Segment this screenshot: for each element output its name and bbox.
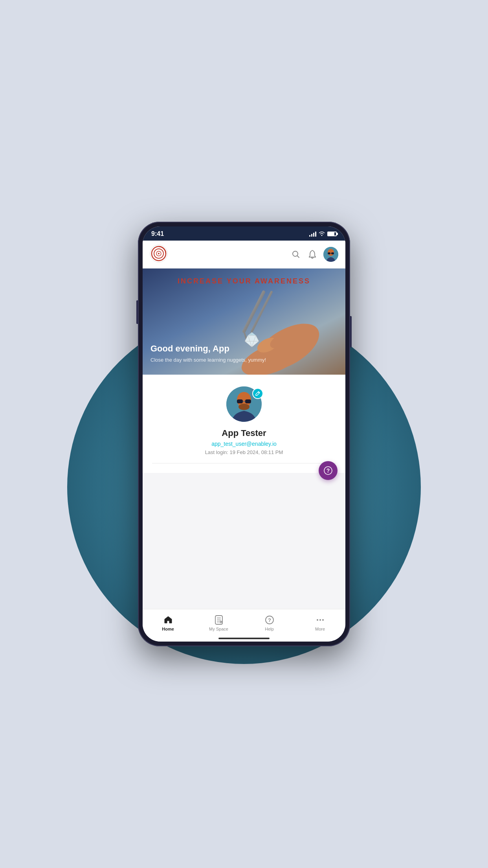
- svg-rect-29: [245, 399, 251, 403]
- phone-screen: 9:41: [143, 226, 345, 642]
- svg-point-4: [158, 253, 160, 254]
- nav-actions: [290, 247, 338, 262]
- svg-point-42: [322, 619, 324, 621]
- hero-headline: INCREASE YOUR AWARENESS: [178, 277, 310, 285]
- profile-email[interactable]: app_test_user@enabley.io: [211, 441, 277, 447]
- notification-button[interactable]: [307, 249, 318, 260]
- nav-home-label: Home: [162, 627, 174, 631]
- battery-icon: [327, 232, 337, 236]
- svg-text:?: ?: [327, 467, 330, 474]
- profile-divider: [152, 463, 336, 463]
- profile-avatar-wrapper: [226, 386, 262, 422]
- svg-point-27: [238, 404, 250, 410]
- nav-item-myspace[interactable]: My Space: [193, 612, 244, 634]
- search-button[interactable]: [290, 249, 301, 260]
- wifi-icon: [319, 231, 325, 237]
- profile-card: App Tester app_test_user@enabley.io Last…: [143, 375, 345, 473]
- more-icon: [315, 615, 325, 625]
- profile-last-login: Last login: 19 Feb 2024, 08:11 PM: [205, 449, 283, 455]
- hero-subtitle: Close the day with some learning nuggets…: [150, 356, 266, 364]
- nav-help-label: Help: [265, 627, 274, 631]
- hero-greeting: Good evening, App: [150, 344, 266, 354]
- top-navigation: [143, 241, 345, 268]
- volume-button: [136, 300, 138, 324]
- user-avatar-button[interactable]: [323, 247, 338, 262]
- nav-item-more[interactable]: More: [295, 612, 345, 634]
- hero-headline-container: INCREASE YOUR AWARENESS: [143, 277, 345, 285]
- hero-bottom-text: Good evening, App Close the day with som…: [150, 344, 266, 364]
- profile-name: App Tester: [222, 428, 266, 438]
- svg-point-41: [319, 619, 321, 621]
- home-indicator: [218, 638, 270, 639]
- status-bar: 9:41: [143, 226, 345, 241]
- hero-banner: INCREASE YOUR AWARENESS Good evening, Ap…: [143, 268, 345, 375]
- status-icons: [309, 231, 337, 237]
- myspace-icon: [214, 615, 224, 625]
- home-icon: [163, 615, 173, 625]
- edit-profile-badge[interactable]: [252, 388, 263, 399]
- bottom-navigation: Home My Space: [143, 609, 345, 642]
- main-content: App Tester app_test_user@enabley.io Last…: [143, 375, 345, 609]
- power-button: [350, 316, 352, 348]
- svg-text:?: ?: [268, 617, 271, 623]
- svg-rect-8: [328, 252, 330, 254]
- nav-myspace-label: My Space: [209, 627, 228, 631]
- phone-shell: 9:41: [138, 222, 350, 646]
- help-icon: ?: [264, 615, 275, 625]
- signal-icon: [309, 231, 316, 237]
- svg-rect-9: [331, 252, 334, 254]
- nav-item-home[interactable]: Home: [143, 612, 193, 634]
- app-logo[interactable]: [150, 245, 168, 264]
- help-fab-button[interactable]: ?: [319, 461, 338, 480]
- svg-rect-28: [237, 399, 243, 403]
- nav-more-label: More: [315, 627, 325, 631]
- svg-point-40: [317, 619, 318, 621]
- status-time: 9:41: [151, 230, 164, 237]
- nav-item-help[interactable]: ? Help: [244, 612, 295, 634]
